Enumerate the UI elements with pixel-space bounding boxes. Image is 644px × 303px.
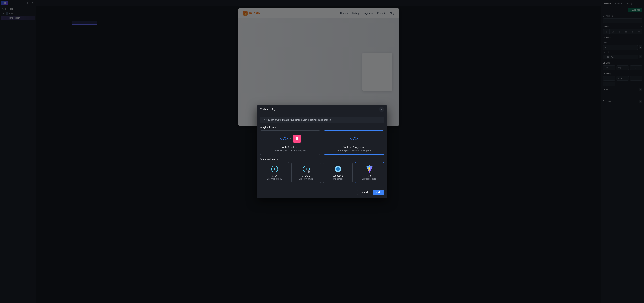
storybook-heading: Storybook Setup	[260, 126, 384, 129]
info-icon: i	[262, 119, 265, 121]
card-title: CRACO	[302, 174, 310, 177]
code-icon	[350, 136, 358, 141]
option-without-storybook[interactable]: Without Storybook Generate your code wit…	[324, 130, 384, 155]
card-title: Without Storybook	[344, 146, 364, 149]
card-title: CRA	[272, 174, 277, 177]
option-craco[interactable]: CRACO CRA with a twist	[292, 162, 321, 183]
close-button[interactable]	[379, 107, 384, 112]
option-webpack[interactable]: Webpack Old school	[323, 162, 352, 183]
build-button[interactable]: Build	[373, 189, 384, 195]
card-sub: Beginner-friendly	[267, 178, 282, 180]
info-text: You can always change your configuration…	[266, 119, 332, 121]
option-vite[interactable]: Vite Lightspeed builds	[355, 162, 384, 183]
close-icon	[381, 108, 383, 110]
react-icon	[271, 166, 278, 172]
framework-heading: Framework config	[260, 158, 384, 160]
card-sub: Old school	[333, 178, 343, 180]
cancel-button[interactable]: Cancel	[357, 189, 371, 195]
option-cra[interactable]: CRA Beginner-friendly	[260, 162, 289, 183]
card-sub: Generate your code without Storybook	[336, 149, 372, 152]
card-title: Vite	[368, 174, 372, 177]
option-with-storybook[interactable]: + With Storybook Generate your code with…	[260, 130, 320, 155]
modal-backdrop[interactable]: Code config i You can always change your…	[0, 0, 644, 303]
card-sub: Generate your code with Storybook	[274, 149, 306, 152]
storybook-icon	[293, 135, 301, 143]
code-icon	[280, 136, 288, 141]
card-sub: CRA with a twist	[299, 178, 314, 180]
modal-title: Code config	[260, 108, 275, 111]
card-title: Webpack	[333, 174, 343, 177]
vite-icon	[366, 165, 373, 173]
code-config-modal: Code config i You can always change your…	[256, 105, 388, 198]
info-banner: i You can always change your configurati…	[260, 117, 384, 123]
card-title: With Storybook	[282, 146, 299, 149]
react-gear-icon	[303, 166, 310, 172]
webpack-icon	[335, 166, 341, 173]
card-sub: Lightspeed builds	[362, 178, 377, 180]
plus-icon: +	[290, 137, 292, 140]
